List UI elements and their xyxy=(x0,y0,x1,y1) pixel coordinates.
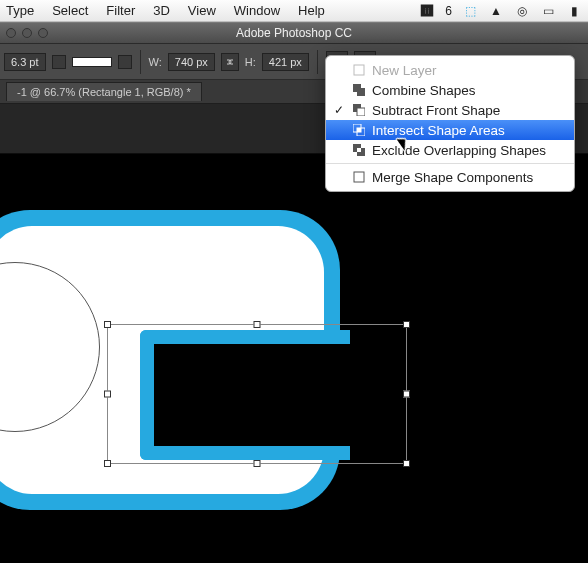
menu-item-label: New Layer xyxy=(372,63,437,78)
intersect-icon xyxy=(352,123,366,137)
path-operations-menu: New Layer Combine Shapes ✓ Subtract Fron… xyxy=(325,55,575,192)
svg-rect-3 xyxy=(354,65,364,75)
transform-handle[interactable] xyxy=(403,460,410,467)
svg-rect-7 xyxy=(357,108,365,116)
menu-window[interactable]: Window xyxy=(234,3,280,18)
menu-separator xyxy=(326,163,574,164)
menu-item-label: Intersect Shape Areas xyxy=(372,123,505,138)
exclude-icon xyxy=(352,143,366,157)
stroke-style-preview[interactable] xyxy=(72,57,112,67)
divider xyxy=(140,50,141,74)
transform-handle[interactable] xyxy=(104,391,111,398)
width-field[interactable]: 740 px xyxy=(168,53,215,71)
app-title: Adobe Photoshop CC xyxy=(236,26,352,40)
svg-rect-10 xyxy=(357,128,361,132)
width-label: W: xyxy=(149,56,162,68)
transform-handle[interactable] xyxy=(254,321,261,328)
merge-icon xyxy=(352,170,366,184)
menu-help[interactable]: Help xyxy=(298,3,325,18)
menu-item-combine-shapes[interactable]: Combine Shapes xyxy=(326,80,574,100)
zoom-dot[interactable] xyxy=(38,28,48,38)
menu-item-exclude-overlapping[interactable]: Exclude Overlapping Shapes xyxy=(326,140,574,160)
cc-icon[interactable]: ◎ xyxy=(514,3,530,19)
combine-icon xyxy=(352,83,366,97)
menu-item-subtract-front-shape[interactable]: ✓ Subtract Front Shape xyxy=(326,100,574,120)
document-tab[interactable]: -1 @ 66.7% (Rectangle 1, RGB/8) * xyxy=(6,82,202,101)
menu-view[interactable]: View xyxy=(188,3,216,18)
menu-3d[interactable]: 3D xyxy=(153,3,170,18)
svg-rect-13 xyxy=(357,148,361,152)
new-layer-icon xyxy=(352,63,366,77)
height-field[interactable]: 421 px xyxy=(262,53,309,71)
dropbox-icon[interactable]: ⬚ xyxy=(462,3,478,19)
svg-rect-5 xyxy=(357,88,365,96)
stroke-style-dropdown-icon[interactable] xyxy=(118,55,132,69)
menu-item-merge-shape-components[interactable]: Merge Shape Components xyxy=(326,167,574,187)
mac-menu-left: Type Select Filter 3D View Window Help xyxy=(6,3,325,18)
height-label: H: xyxy=(245,56,256,68)
svg-rect-14 xyxy=(354,172,364,182)
transform-handle[interactable] xyxy=(104,321,111,328)
check-icon: ✓ xyxy=(332,103,346,117)
divider xyxy=(317,50,318,74)
transform-bounding-box[interactable] xyxy=(107,324,407,464)
mac-menubar: Type Select Filter 3D View Window Help 🅰… xyxy=(0,0,588,22)
transform-handle[interactable] xyxy=(104,460,111,467)
menu-type[interactable]: Type xyxy=(6,3,34,18)
close-dot[interactable] xyxy=(6,28,16,38)
display-icon[interactable]: ▭ xyxy=(540,3,556,19)
link-dimensions-icon[interactable] xyxy=(221,53,239,71)
menu-item-label: Merge Shape Components xyxy=(372,170,533,185)
menu-item-new-layer: New Layer xyxy=(326,60,574,80)
mac-menu-tray: 🅰 6 ⬚ ▲ ◎ ▭ ▮ xyxy=(419,3,582,19)
stroke-width-stepper-icon[interactable] xyxy=(52,55,66,69)
transform-handle[interactable] xyxy=(403,321,410,328)
battery-icon[interactable]: ▮ xyxy=(566,3,582,19)
document-tab-label: -1 @ 66.7% (Rectangle 1, RGB/8) * xyxy=(17,86,191,98)
notification-count: 6 xyxy=(445,4,452,18)
menu-item-label: Combine Shapes xyxy=(372,83,476,98)
transform-handle[interactable] xyxy=(403,391,410,398)
menu-item-label: Exclude Overlapping Shapes xyxy=(372,143,546,158)
menu-item-label: Subtract Front Shape xyxy=(372,103,500,118)
notification-icon[interactable]: 🅰 xyxy=(419,3,435,19)
menu-filter[interactable]: Filter xyxy=(106,3,135,18)
drive-icon[interactable]: ▲ xyxy=(488,3,504,19)
menu-select[interactable]: Select xyxy=(52,3,88,18)
minimize-dot[interactable] xyxy=(22,28,32,38)
subtract-icon xyxy=(352,103,366,117)
window-controls[interactable] xyxy=(6,28,48,38)
transform-handle[interactable] xyxy=(254,460,261,467)
app-titlebar: Adobe Photoshop CC xyxy=(0,22,588,44)
stroke-width-field[interactable]: 6.3 pt xyxy=(4,53,46,71)
menu-item-intersect-shape-areas[interactable]: Intersect Shape Areas xyxy=(326,120,574,140)
